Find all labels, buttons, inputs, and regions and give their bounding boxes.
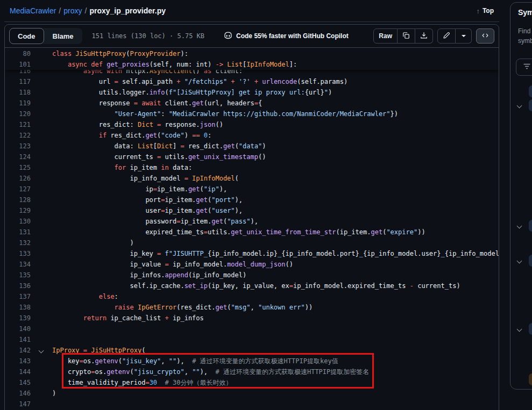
code-text: ) — [52, 388, 56, 399]
code-line-123: 123 data: List[Dict] = res_dict.get("dat… — [5, 141, 499, 152]
line-number[interactable]: 80 — [5, 48, 31, 59]
code-text: IpProxy = JiSuHttpProxy( — [52, 345, 145, 356]
line-number[interactable]: 117 — [5, 76, 31, 87]
file-toolbar: Code Blame 151 lines (130 loc) · 5.75 KB… — [5, 25, 499, 48]
chevron-down-icon[interactable] — [517, 224, 522, 229]
line-number[interactable]: 118 — [5, 87, 31, 98]
symbol-item[interactable] — [529, 99, 532, 111]
code-line-137: 137 else: — [5, 291, 499, 302]
line-number[interactable]: 136 — [5, 280, 31, 291]
tab-code[interactable]: Code — [9, 28, 44, 44]
line-number[interactable]: 120 — [5, 109, 31, 119]
line-number[interactable]: 128 — [5, 195, 31, 205]
breadcrumb-separator: / — [56, 6, 63, 15]
collapse-chevron-icon[interactable] — [39, 348, 44, 354]
download-button[interactable] — [415, 28, 433, 44]
symbol-item[interactable] — [529, 85, 532, 97]
code-text: res_dict: Dict = response.json() — [52, 119, 223, 130]
symbols-panel-title: Symbols — [518, 8, 532, 17]
code-line-128: 128 port=ip_item.get("port"), — [5, 195, 499, 205]
tab-blame[interactable]: Blame — [44, 28, 82, 44]
code-line-127: 127 ip=ip_item.get("ip"), — [5, 184, 499, 195]
line-number[interactable]: 130 — [5, 216, 31, 227]
line-number[interactable]: 139 — [5, 313, 31, 323]
code-line-147: 147 — [5, 399, 499, 409]
symbols-panel-toggle-button[interactable] — [476, 28, 494, 44]
line-number[interactable]: 125 — [5, 162, 31, 173]
line-number[interactable]: 134 — [5, 259, 31, 270]
line-number[interactable]: 121 — [5, 119, 31, 130]
code-line-142: 142IpProxy = JiSuHttpProxy( — [5, 345, 499, 356]
code-line-133: 133 ip_key = f"JISUHTTP_{ip_info_model.i… — [5, 248, 499, 259]
code-text: expired_time_ts=utils.get_unix_time_from… — [52, 227, 425, 238]
line-number[interactable]: 132 — [5, 238, 31, 248]
arrow-up-icon: ↑ — [476, 7, 480, 15]
chevron-down-icon[interactable] — [517, 327, 522, 332]
code-area: 116 async with httpx.AsyncClient() as cl… — [5, 48, 499, 410]
symbol-item[interactable] — [529, 255, 532, 267]
line-number[interactable]: 147 — [5, 399, 31, 409]
line-number[interactable]: 126 — [5, 173, 31, 184]
breadcrumb-repo-link[interactable]: MediaCrawler — [10, 6, 56, 15]
code-line-143: 143 key=os.getenv("jisu_key", ""), # 通过环… — [5, 356, 499, 366]
code-line-139: 139 return ip_cache_list + ip_infos — [5, 313, 499, 323]
code-text: current_ts = utils.get_unix_timestamp() — [52, 152, 266, 162]
code-line-126: 126 ip_info_model = IpInfoModel( — [5, 173, 499, 184]
line-number[interactable]: 138 — [5, 302, 31, 313]
code-line-119: 119 response = await client.get(url, hea… — [5, 98, 499, 109]
breadcrumb-folder-link[interactable]: proxy — [63, 6, 82, 15]
code-text: ip_key = f"JISUHTTP_{ip_info_model.ip}_{… — [52, 248, 499, 259]
code-text: "User-Agent": "MediaCrawler https://gith… — [52, 109, 398, 119]
line-number[interactable]: 123 — [5, 141, 31, 152]
line-number[interactable]: 124 — [5, 152, 31, 162]
code-line-138: 138 raise IpGetError(res_dict.get("msg",… — [5, 302, 499, 313]
code-text: ip=ip_item.get("ip"), — [52, 184, 227, 195]
line-number[interactable]: 101 — [5, 59, 31, 70]
code-line-80: 80class JiSuHttpProxy(ProxyProvider): — [5, 48, 499, 59]
code-line-130: 130 password=ip_item.get("pass"), — [5, 216, 499, 227]
line-number[interactable]: 119 — [5, 98, 31, 109]
line-number[interactable]: 141 — [5, 334, 31, 345]
line-number[interactable]: 129 — [5, 205, 31, 216]
line-number[interactable]: 133 — [5, 248, 31, 259]
copilot-banner[interactable]: Code 55% faster with GitHub Copilot — [224, 31, 349, 41]
back-to-top-link[interactable]: ↑ Top — [476, 7, 494, 15]
edit-button[interactable] — [437, 28, 456, 44]
line-number[interactable]: 142 — [5, 345, 31, 356]
line-number[interactable]: 127 — [5, 184, 31, 195]
line-number[interactable]: 135 — [5, 270, 31, 280]
chevron-down-icon[interactable] — [517, 258, 522, 264]
line-number[interactable]: 122 — [5, 130, 31, 141]
symbol-item[interactable] — [529, 373, 532, 385]
code-line-134: 134 ip_value = ip_info_model.model_dump_… — [5, 259, 499, 270]
line-number[interactable]: 143 — [5, 356, 31, 366]
sticky-scope-header: 80class JiSuHttpProxy(ProxyProvider):101… — [5, 48, 499, 70]
code-text: raise IpGetError(res_dict.get("msg", "un… — [52, 302, 313, 313]
code-text: for ip_item in data: — [52, 162, 192, 173]
line-number[interactable]: 137 — [5, 291, 31, 302]
code-text: self.ip_cache.set_ip(ip_key, ip_value, e… — [52, 280, 460, 291]
line-number[interactable]: 144 — [5, 366, 31, 377]
raw-button[interactable]: Raw — [373, 28, 398, 44]
symbol-item[interactable] — [529, 220, 532, 232]
code-line-146: 146) — [5, 388, 499, 399]
line-number[interactable]: 131 — [5, 227, 31, 238]
symbol-row-4 — [510, 323, 532, 336]
line-number[interactable]: 140 — [5, 323, 31, 334]
code-line-132: 132 ) — [5, 238, 499, 248]
line-number[interactable]: 145 — [5, 377, 31, 388]
symbol-row-1 — [510, 99, 532, 112]
code-text: async def get_proxies(self, num: int) ->… — [52, 59, 297, 70]
symbols-panel: Symbols Find definitions and references … — [510, 2, 532, 390]
edit-dropdown-button[interactable] — [456, 28, 472, 44]
chevron-down-icon[interactable] — [517, 103, 522, 109]
symbol-item[interactable] — [529, 323, 532, 335]
code-text: if res_dict.get("code") == 0: — [52, 130, 211, 141]
symbols-filter-input[interactable] — [516, 59, 532, 76]
line-number[interactable]: 146 — [5, 388, 31, 399]
toolbar-actions: Raw — [373, 28, 494, 44]
copy-button[interactable] — [398, 28, 415, 44]
code-text: crypto=os.getenv("jisu_crypto", ""), # 通… — [52, 366, 369, 377]
code-line-135: 135 ip_infos.append(ip_info_model) — [5, 270, 499, 280]
copy-icon — [402, 32, 410, 41]
